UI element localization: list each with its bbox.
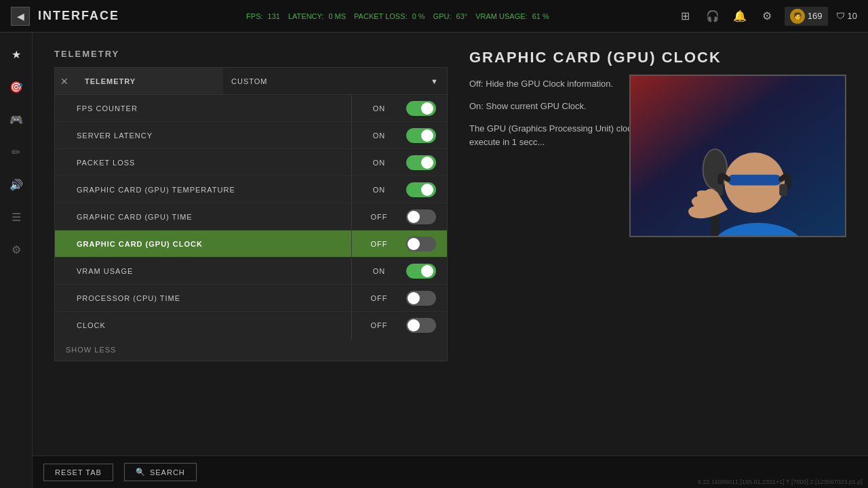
row-name: GRAPHIC CARD (GPU) TEMPERATURE <box>68 186 351 194</box>
toggle-switch[interactable] <box>406 264 436 279</box>
svg-rect-7 <box>779 184 787 196</box>
settings-rows: FPS COUNTERONSERVER LATENCYONPACKET LOSS… <box>55 95 447 339</box>
setting-row[interactable]: PROCESSOR (CPU) TIMEOFF <box>55 285 447 312</box>
toggle-switch[interactable] <box>406 318 436 333</box>
toggle-switch[interactable] <box>406 291 436 306</box>
version-info: 9.22.16006011 [195.61.2331+1] T [7000] 2… <box>698 479 863 485</box>
reset-tab-button[interactable]: RESET TAB <box>43 464 113 481</box>
bell-icon[interactable]: 🔔 <box>730 7 749 26</box>
toggle-switch[interactable] <box>406 237 436 251</box>
search-icon: 🔍 <box>136 468 146 476</box>
setting-row[interactable]: PACKET LOSSON <box>55 149 447 176</box>
latency-stat: LATENCY: 0 MS <box>288 12 346 20</box>
shield-badge: 🛡 10 <box>836 11 857 21</box>
webcam-svg <box>631 75 845 237</box>
telemetry-dropdown-row: ✕ TELEMETRY CUSTOM ▼ <box>55 68 447 95</box>
row-value: ON <box>352 104 406 113</box>
vram-stat: VRAM USAGE: 61 % <box>475 12 549 20</box>
toggle-switch[interactable] <box>406 128 436 143</box>
svg-point-2 <box>703 149 728 189</box>
toggle-switch[interactable] <box>406 182 436 197</box>
avatar-icon: 🧑 <box>790 9 805 24</box>
row-name: SERVER LATENCY <box>68 131 351 140</box>
setting-row[interactable]: FPS COUNTERON <box>55 95 447 122</box>
setting-row[interactable]: VRAM USAGEON <box>55 258 447 285</box>
currency-badge[interactable]: 🧑 169 <box>785 7 828 26</box>
setting-row[interactable]: GRAPHIC CARD (GPU) TEMPERATUREON <box>55 176 447 203</box>
row-name: CLOCK <box>68 321 351 329</box>
toggle-switch[interactable] <box>406 209 436 224</box>
row-value: OFF <box>352 213 406 221</box>
shield-icon: 🛡 <box>836 11 845 21</box>
sidebar-icon-target[interactable]: 🎯 <box>5 76 27 98</box>
row-value: ON <box>352 159 406 167</box>
top-bar-left: ◀ INTERFACE <box>11 7 119 26</box>
top-stats: FPS: 131 LATENCY: 0 MS PACKET LOSS: 0 % … <box>246 12 549 20</box>
setting-row[interactable]: CLOCKOFF <box>55 312 447 339</box>
gpu-stat: GPU: 63° <box>433 12 468 20</box>
webcam-preview <box>629 75 846 237</box>
setting-row[interactable]: GRAPHIC CARD (GPU) TIMEOFF <box>55 203 447 230</box>
left-sidebar: ★ 🎯 🎮 ✏ 🔊 ☰ ⚙ <box>0 33 33 488</box>
toggle-switch[interactable] <box>406 101 436 116</box>
row-value: ON <box>352 186 406 194</box>
row-name: VRAM USAGE <box>68 267 351 275</box>
sidebar-icon-star[interactable]: ★ <box>5 43 27 65</box>
packet-loss-stat: PACKET LOSS: 0 % <box>354 12 425 20</box>
row-value: OFF <box>352 321 406 329</box>
sidebar-icon-list[interactable]: ☰ <box>5 206 27 228</box>
row-name: PROCESSOR (CPU) TIME <box>68 294 351 302</box>
top-icons: ⊞ 🎧 🔔 ⚙ 🧑 169 🛡 10 <box>676 7 857 26</box>
telemetry-label: TELEMETRY <box>74 77 223 85</box>
page-title: INTERFACE <box>38 9 119 23</box>
show-less-button[interactable]: SHOW LESS <box>55 339 447 361</box>
fps-stat: FPS: 131 <box>246 12 280 20</box>
info-title: GRAPHIC CARD (GPU) CLOCK <box>469 49 825 66</box>
settings-container: ✕ TELEMETRY CUSTOM ▼ FPS COUNTERONSERVER… <box>54 67 448 361</box>
settings-icon[interactable]: ⚙ <box>757 7 776 26</box>
row-name: PACKET LOSS <box>68 159 351 167</box>
row-value: ON <box>352 131 406 140</box>
row-value: ON <box>352 267 406 275</box>
search-button[interactable]: 🔍 SEARCH <box>124 463 197 481</box>
close-button[interactable]: ✕ <box>55 72 74 91</box>
section-header: TELEMETRY <box>54 49 448 59</box>
sidebar-icon-edit[interactable]: ✏ <box>5 141 27 163</box>
telemetry-value-dropdown[interactable]: CUSTOM ▼ <box>223 68 447 94</box>
row-name: FPS COUNTER <box>68 104 351 113</box>
grid-icon[interactable]: ⊞ <box>676 7 695 26</box>
svg-rect-0 <box>631 76 845 237</box>
svg-rect-5 <box>728 175 781 186</box>
headset-icon[interactable]: 🎧 <box>703 7 722 26</box>
setting-row[interactable]: GRAPHIC CARD (GPU) CLOCKOFF <box>55 230 447 258</box>
toggle-switch[interactable] <box>406 155 436 170</box>
settings-left: TELEMETRY ✕ TELEMETRY CUSTOM ▼ FPS COUNT… <box>54 49 448 439</box>
sidebar-icon-sound[interactable]: 🔊 <box>5 174 27 195</box>
row-name: GRAPHIC CARD (GPU) CLOCK <box>68 240 351 248</box>
chevron-down-icon: ▼ <box>431 77 439 85</box>
webcam-inner <box>631 76 845 236</box>
sidebar-icon-controller[interactable]: 🎮 <box>5 108 27 130</box>
row-value: OFF <box>352 294 406 302</box>
back-button[interactable]: ◀ <box>11 7 30 26</box>
setting-row[interactable]: SERVER LATENCYON <box>55 122 447 149</box>
top-bar: ◀ INTERFACE FPS: 131 LATENCY: 0 MS PACKE… <box>0 0 868 33</box>
row-value: OFF <box>352 240 406 248</box>
row-name: GRAPHIC CARD (GPU) TIME <box>68 213 351 221</box>
sidebar-icon-settings[interactable]: ⚙ <box>5 239 27 260</box>
